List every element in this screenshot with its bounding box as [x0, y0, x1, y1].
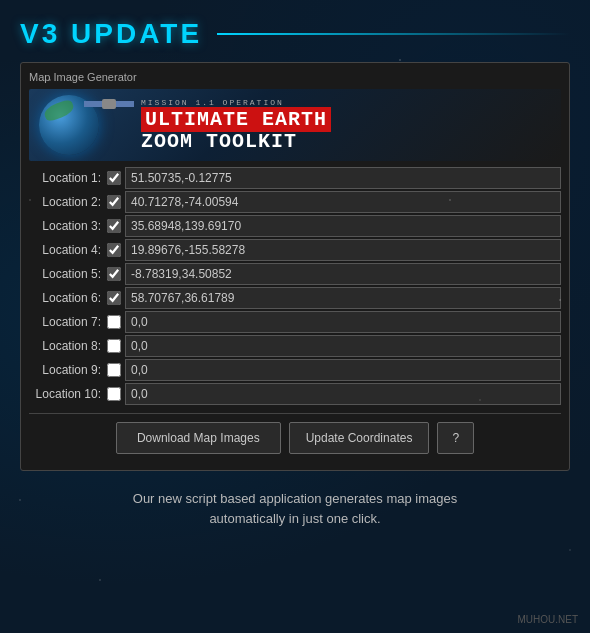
satellite-icon: [97, 94, 122, 114]
location-input-2[interactable]: [125, 191, 561, 213]
page-title: V3 UPDATE: [20, 18, 202, 50]
location-checkbox-10[interactable]: [107, 387, 121, 401]
location-label-8: Location 8:: [29, 339, 107, 353]
footer-line1: Our new script based application generat…: [0, 489, 590, 509]
header: V3 UPDATE: [0, 0, 590, 62]
update-button[interactable]: Update Coordinates: [289, 422, 430, 454]
location-row-10: Location 10:: [29, 383, 561, 405]
header-line: [217, 33, 570, 35]
location-label-1: Location 1:: [29, 171, 107, 185]
location-label-4: Location 4:: [29, 243, 107, 257]
location-input-10[interactable]: [125, 383, 561, 405]
location-label-5: Location 5:: [29, 267, 107, 281]
main-panel: Map Image Generator MISSION 1.1 OPERATIO…: [20, 62, 570, 471]
location-label-10: Location 10:: [29, 387, 107, 401]
location-input-6[interactable]: [125, 287, 561, 309]
location-checkbox-2[interactable]: [107, 195, 121, 209]
location-label-9: Location 9:: [29, 363, 107, 377]
location-input-7[interactable]: [125, 311, 561, 333]
satellite-panel-right: [116, 101, 134, 107]
location-checkbox-6[interactable]: [107, 291, 121, 305]
location-label-6: Location 6:: [29, 291, 107, 305]
banner-title-line2: ZOOM TOOLKIT: [141, 131, 549, 153]
banner-title-line1: ULTIMATE EARTH: [141, 109, 549, 131]
satellite-body: [102, 99, 116, 109]
satellite-panel-left: [84, 101, 102, 107]
location-input-9[interactable]: [125, 359, 561, 381]
location-checkbox-5[interactable]: [107, 267, 121, 281]
location-input-8[interactable]: [125, 335, 561, 357]
location-input-4[interactable]: [125, 239, 561, 261]
footer: Our new script based application generat…: [0, 489, 590, 528]
location-row-9: Location 9:: [29, 359, 561, 381]
location-checkbox-7[interactable]: [107, 315, 121, 329]
location-input-5[interactable]: [125, 263, 561, 285]
buttons-area: Download Map Images Update Coordinates ?: [29, 413, 561, 462]
banner-subtitle: MISSION 1.1 OPERATION: [141, 98, 549, 107]
download-button[interactable]: Download Map Images: [116, 422, 281, 454]
location-row-5: Location 5:: [29, 263, 561, 285]
location-row-8: Location 8:: [29, 335, 561, 357]
location-checkbox-8[interactable]: [107, 339, 121, 353]
location-label-2: Location 2:: [29, 195, 107, 209]
location-label-7: Location 7:: [29, 315, 107, 329]
banner: MISSION 1.1 OPERATION ULTIMATE EARTH ZOO…: [29, 89, 561, 161]
location-label-3: Location 3:: [29, 219, 107, 233]
location-checkbox-3[interactable]: [107, 219, 121, 233]
location-input-1[interactable]: [125, 167, 561, 189]
location-row-7: Location 7:: [29, 311, 561, 333]
help-button[interactable]: ?: [437, 422, 474, 454]
location-row-4: Location 4:: [29, 239, 561, 261]
location-row-3: Location 3:: [29, 215, 561, 237]
location-checkbox-9[interactable]: [107, 363, 121, 377]
location-row-2: Location 2:: [29, 191, 561, 213]
watermark: MUHOU.NET: [517, 614, 578, 625]
banner-title-red: ULTIMATE EARTH: [141, 107, 331, 132]
location-row-1: Location 1:: [29, 167, 561, 189]
location-checkbox-4[interactable]: [107, 243, 121, 257]
banner-text: MISSION 1.1 OPERATION ULTIMATE EARTH ZOO…: [129, 90, 561, 161]
location-checkbox-1[interactable]: [107, 171, 121, 185]
panel-title: Map Image Generator: [29, 71, 561, 83]
location-input-3[interactable]: [125, 215, 561, 237]
banner-earth-graphic: [29, 89, 129, 161]
locations-container: Location 1:Location 2:Location 3:Locatio…: [29, 167, 561, 405]
footer-line2: automatically in just one click.: [0, 509, 590, 529]
location-row-6: Location 6:: [29, 287, 561, 309]
